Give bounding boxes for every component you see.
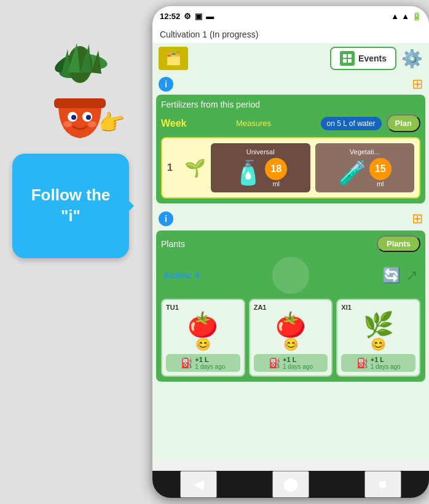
week-row: Week Measures on 5 L of water Plan: [161, 114, 420, 132]
water-icon-1: ⛽: [269, 357, 281, 369]
week-label: Week: [161, 118, 187, 129]
svg-point-15: [71, 115, 76, 120]
fertilizer-item-vegeti[interactable]: Vegetati... 🧪 15 ml: [315, 143, 415, 192]
plant-img-2: 🌿: [363, 312, 394, 337]
plant-card-2[interactable]: XI1 🌿 😊 ⛽ +1 L 1 days ago: [336, 299, 420, 377]
nav-recents-button[interactable]: ■: [364, 471, 401, 498]
plants-button[interactable]: Plants: [377, 235, 420, 252]
fertilizers-section: Fertilizers from this period Week Measur…: [156, 95, 425, 203]
plants-title: Plants: [161, 239, 185, 249]
fertilizer-visual-2: 🧪 15 ml: [338, 158, 392, 187]
fertilizer-card: 1 🌱 Universal 🧴 18 ml: [161, 137, 420, 199]
svg-point-18: [88, 121, 96, 127]
image-status-icon: ▣: [195, 12, 202, 21]
active-label: Active: 4: [163, 270, 199, 280]
bubble-text-2: "i": [61, 206, 81, 227]
amount-badge-2: 15: [369, 158, 392, 180]
grid-view-icon[interactable]: ⊞: [412, 76, 423, 92]
fertilizer-visual-1: 🧴 18 ml: [234, 158, 287, 187]
settings-status-icon: ⚙: [184, 12, 191, 21]
folder-icon[interactable]: 🗂️: [159, 47, 188, 70]
mascot-svg: [18, 31, 141, 154]
expand-icon[interactable]: ↗: [406, 267, 418, 284]
seed-icon: 🌱: [184, 158, 206, 178]
nav-bar: ◀ ⬤ ■: [152, 471, 429, 498]
water-time-1: 1 days ago: [283, 363, 313, 370]
phone-screen: 12:52 ⚙ ▣ ▬ ▲ ▲ 🔋 Cultivation 1 (In prog…: [152, 6, 429, 498]
svg-rect-0: [343, 54, 347, 58]
info-row-1: i ⊞: [152, 74, 429, 95]
water-badge: on 5 L of water: [321, 117, 382, 130]
battery-icon: 🔋: [412, 12, 422, 21]
events-icon: [340, 51, 355, 66]
battery-status-icon: ▬: [206, 12, 214, 21]
events-button[interactable]: Events: [330, 47, 396, 70]
water-icon-2: ⛽: [356, 357, 369, 369]
water-row-2: ⛽ +1 L 1 days ago: [341, 354, 415, 372]
fertilizers-title: Fertilizers from this period: [161, 100, 420, 109]
content-area: 🗂️ Events ⚙️: [152, 43, 429, 461]
header-row: 🗂️ Events ⚙️: [152, 43, 429, 74]
bubble-text-1: Follow the: [31, 185, 111, 206]
top-bar: Cultivation 1 (In progress): [152, 26, 429, 43]
water-amount-0: +1 L: [195, 356, 225, 363]
plants-section: Plants Plants Active: 4 🔄 ↗ TU1 🍅: [156, 230, 425, 382]
svg-point-16: [86, 115, 91, 120]
svg-rect-2: [343, 59, 347, 63]
fertilizer-name-1: Universal: [246, 148, 275, 156]
speech-bubble: Follow the "i": [12, 154, 129, 258]
info-row-2: i ⊞: [152, 207, 429, 230]
refresh-icon[interactable]: 🔄: [382, 267, 401, 284]
amount-badge-1: 18: [265, 158, 287, 180]
measures-label: Measures: [192, 119, 316, 128]
plant-cards: TU1 🍅 😊 ⛽ +1 L 1 days ago ZA1: [161, 299, 420, 377]
status-time: 12:52: [160, 12, 180, 21]
water-time-0: 1 days ago: [195, 363, 225, 370]
ml-label-1: ml: [272, 180, 280, 187]
card-number: 1: [167, 162, 179, 173]
plant-card-1[interactable]: ZA1 🍅 😊 ⛽ +1 L 1 days ago: [249, 299, 333, 377]
events-label: Events: [358, 53, 387, 63]
water-row-1: ⛽ +1 L 1 days ago: [254, 354, 328, 372]
water-time-2: 1 days ago: [371, 363, 401, 370]
active-row: Active: 4 🔄 ↗: [161, 257, 420, 294]
info-button-1[interactable]: i: [159, 77, 173, 92]
plant-img-0: 🍅: [187, 312, 218, 337]
fertilizer-name-2: Vegetati...: [350, 148, 380, 156]
svg-rect-1: [348, 54, 352, 58]
wifi-icon: ▲: [391, 12, 399, 21]
plant-tag-2: XI1: [341, 304, 352, 311]
svg-rect-3: [348, 59, 352, 63]
water-amount-2: +1 L: [371, 356, 401, 363]
plant-tag-0: TU1: [166, 304, 179, 311]
water-row-0: ⛽ +1 L 1 days ago: [166, 354, 240, 372]
svg-rect-12: [54, 98, 106, 108]
water-icon-0: ⛽: [181, 357, 193, 369]
plants-header: Plants Plants: [161, 235, 420, 252]
plant-card-0[interactable]: TU1 🍅 😊 ⛽ +1 L 1 days ago: [161, 299, 245, 377]
grid-view-icon-2[interactable]: ⊞: [412, 211, 423, 227]
phone-frame: 12:52 ⚙ ▣ ▬ ▲ ▲ 🔋 Cultivation 1 (In prog…: [152, 6, 429, 498]
active-circle: [272, 257, 309, 294]
info-button-2[interactable]: i: [159, 211, 173, 226]
app-settings-icon[interactable]: ⚙️: [401, 49, 423, 69]
status-bar: 12:52 ⚙ ▣ ▬ ▲ ▲ 🔋: [152, 6, 429, 26]
plant-tag-1: ZA1: [254, 304, 267, 311]
plant-img-1: 🍅: [275, 312, 306, 337]
cultivation-title: Cultivation 1 (In progress): [160, 30, 422, 39]
plan-button[interactable]: Plan: [387, 114, 420, 132]
nav-home-button[interactable]: ⬤: [272, 471, 309, 498]
ml-label-2: ml: [377, 180, 384, 187]
svg-point-17: [63, 121, 72, 127]
fertilizer-item-universal[interactable]: Universal 🧴 18 ml: [211, 143, 310, 192]
nav-back-button[interactable]: ◀: [180, 471, 217, 498]
action-icons: 🔄 ↗: [382, 267, 418, 284]
signal-icon: ▲: [401, 12, 409, 21]
header-right: Events ⚙️: [330, 47, 423, 70]
arm-arrow: 👉: [96, 107, 128, 137]
water-amount-1: +1 L: [283, 356, 313, 363]
